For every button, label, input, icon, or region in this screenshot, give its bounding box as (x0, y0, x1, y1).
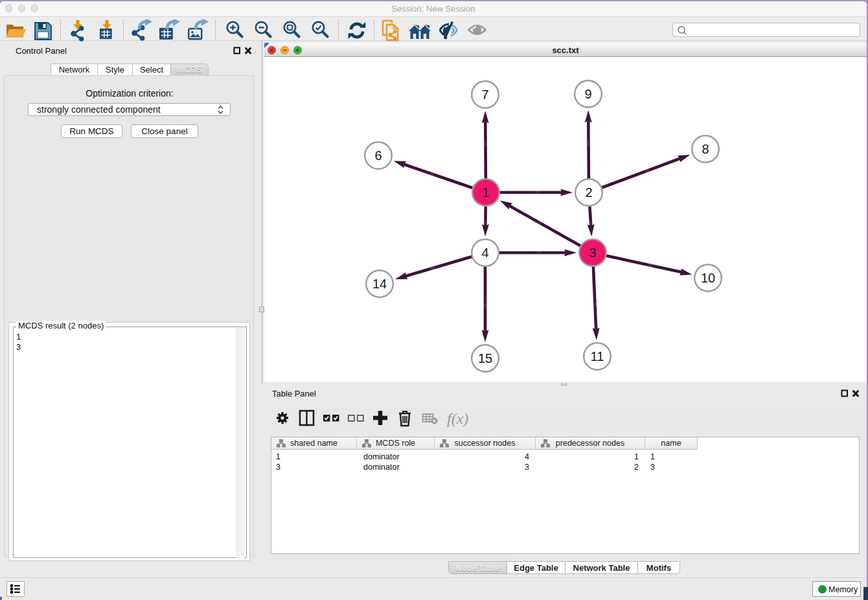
svg-text:7: 7 (481, 87, 488, 102)
svg-text:1: 1 (482, 185, 489, 200)
svg-text:6: 6 (374, 148, 382, 163)
svg-text:4: 4 (481, 246, 488, 260)
svg-text:15: 15 (478, 351, 492, 365)
svg-text:8: 8 (702, 142, 709, 156)
svg-text:2: 2 (585, 185, 592, 200)
svg-text:11: 11 (591, 349, 604, 363)
svg-text:f(x): f(x) (447, 410, 468, 427)
svg-text:9: 9 (584, 87, 591, 101)
svg-text:3: 3 (589, 246, 596, 260)
svg-text:10: 10 (701, 271, 715, 285)
svg-text:14: 14 (372, 277, 387, 291)
